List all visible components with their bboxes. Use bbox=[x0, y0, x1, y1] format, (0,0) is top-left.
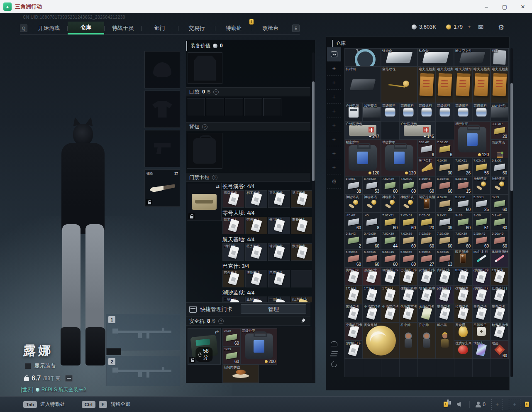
warehouse-item[interactable]: 黄金蛋 bbox=[454, 322, 472, 341]
warehouse-item[interactable]: 5.56x4560 bbox=[491, 231, 509, 249]
warehouse-item[interactable]: 5.56x4560 bbox=[436, 176, 454, 194]
keycard-item[interactable]: 3号门卡 bbox=[222, 243, 244, 261]
warehouse-item[interactable]: 佐拉实验室 bbox=[399, 286, 417, 304]
keycard-item[interactable]: 博物馆卡 bbox=[245, 270, 267, 287]
warehouse-item[interactable]: 神秘怀表 bbox=[381, 194, 399, 213]
keycard-empty-slot[interactable] bbox=[291, 270, 313, 287]
warehouse-item[interactable]: 加密硬盘 bbox=[363, 103, 381, 121]
add-tab-button[interactable]: + bbox=[327, 146, 341, 160]
warehouse-item[interactable]: 5.56x4560 bbox=[399, 249, 417, 267]
help-icon[interactable]: ? bbox=[212, 175, 217, 180]
warehouse-item[interactable]: M2注射剂 bbox=[472, 249, 491, 267]
warehouse-item[interactable]: .45 AP60 bbox=[344, 213, 363, 231]
detail-list-icon[interactable] bbox=[65, 375, 73, 382]
warehouse-item[interactable]: 地下实验室 bbox=[417, 286, 436, 304]
warehouse-item[interactable]: 精密护甲120 bbox=[344, 140, 381, 176]
tab-特勤处[interactable]: 特勤处 bbox=[215, 22, 252, 34]
warehouse-item[interactable]: 5.45x3960 bbox=[363, 231, 381, 249]
mailbox-icon[interactable] bbox=[331, 341, 337, 346]
invite-slot-button[interactable]: + bbox=[509, 399, 520, 410]
warehouse-item[interactable]: 仿军械库 bbox=[454, 286, 472, 304]
safebox-item[interactable]: ⇄ 58分 bbox=[188, 328, 221, 365]
warehouse-item[interactable]: 高级燃料 bbox=[472, 103, 491, 121]
warehouse-item[interactable]: 7.62x5156 bbox=[472, 158, 491, 176]
keycard-wallet-item[interactable]: ⇄ bbox=[187, 183, 222, 221]
warehouse-item[interactable]: 神秘怀表 bbox=[363, 194, 381, 213]
warehouse-item[interactable]: 哈夫克文件 bbox=[454, 48, 491, 66]
warehouse-item[interactable]: 5.7x2825 bbox=[472, 194, 491, 213]
keycard-item[interactable]: 二级门卡 bbox=[222, 297, 244, 302]
warehouse-item[interactable]: 哈夫克情报 bbox=[454, 66, 472, 103]
warehouse-item[interactable]: 墨秀门卡 bbox=[436, 304, 454, 322]
warehouse-item[interactable]: 7.62x3960 bbox=[436, 231, 454, 249]
warehouse-item[interactable]: 哈夫克档案 bbox=[436, 66, 454, 103]
warehouse-item[interactable]: 7.62x5120 bbox=[417, 213, 436, 231]
warehouse-item[interactable]: 肯特门卡 bbox=[436, 267, 454, 286]
maximize-button[interactable]: ▢ bbox=[495, 0, 514, 13]
warehouse-item[interactable]: 结晶60 bbox=[491, 341, 509, 359]
warehouse-item[interactable]: 体能激活针 bbox=[491, 249, 509, 267]
warehouse-item[interactable]: 激战纪念 bbox=[363, 267, 381, 286]
warehouse-item[interactable]: 神秘怀表 bbox=[344, 194, 363, 213]
warehouse-item[interactable]: 墨秀门卡 bbox=[491, 304, 509, 322]
warehouse-item[interactable]: 乔小帅 bbox=[417, 322, 436, 359]
warehouse-item[interactable]: 奢华金鞋 bbox=[417, 158, 436, 176]
warehouse-item[interactable]: 5.56x4560 bbox=[344, 249, 363, 267]
warehouse-item[interactable]: 钛合金 bbox=[381, 48, 417, 66]
warehouse-item[interactable]: 1号门卡 bbox=[491, 267, 509, 286]
warehouse-item[interactable]: 戴小黑 bbox=[436, 322, 454, 359]
keycard-item[interactable]: 培训门卡 bbox=[268, 243, 290, 261]
pocket-slot[interactable] bbox=[225, 98, 243, 116]
keycard-item[interactable]: 数据门卡 bbox=[291, 243, 313, 261]
warehouse-item[interactable]: 1号门卡 bbox=[344, 286, 363, 304]
warehouse-item[interactable]: 7.62x3960 bbox=[417, 231, 436, 249]
show-gear-checkbox[interactable] bbox=[25, 363, 31, 369]
add-tab-button[interactable]: + bbox=[327, 61, 341, 76]
warehouse-item[interactable]: 户外医疗包+ 247 bbox=[344, 121, 381, 140]
warehouse-item[interactable]: 设备间门卡 bbox=[417, 267, 436, 286]
add-tab-button[interactable]: + bbox=[327, 118, 341, 132]
warehouse-item[interactable]: 1号门卡 bbox=[363, 286, 381, 304]
warehouse-item[interactable]: 4.6x3039 bbox=[436, 194, 454, 213]
help-icon[interactable]: ? bbox=[218, 319, 224, 324]
warehouse-item[interactable]: 338 AP6 bbox=[417, 140, 436, 158]
warehouse-item[interactable]: 阿萨拉风情 bbox=[417, 194, 436, 213]
warehouse-item[interactable]: 中控室门卡 bbox=[381, 304, 399, 322]
warehouse-item[interactable]: 中控室门卡 bbox=[363, 304, 381, 322]
warehouse-item[interactable]: 仿地下室卡 bbox=[399, 304, 417, 322]
warehouse-item[interactable]: 航天基地卡 bbox=[491, 322, 509, 341]
tab-部门[interactable]: 部门 bbox=[142, 22, 178, 34]
warehouse-item[interactable]: 高级燃料 bbox=[417, 103, 436, 121]
transfer-icon[interactable]: ⇄ bbox=[216, 184, 220, 189]
warehouse-item[interactable]: 6.8x5139 bbox=[436, 213, 454, 231]
warehouse-item[interactable]: 神秘怀表 bbox=[472, 176, 491, 194]
warehouse-item[interactable]: 6.8x5160 bbox=[491, 158, 509, 176]
tab-仓库[interactable]: 仓库 bbox=[68, 22, 104, 34]
warehouse-item[interactable]: Rab门卡 bbox=[454, 267, 472, 286]
keycard-item[interactable]: 档案门卡 bbox=[245, 190, 267, 208]
warehouse-item[interactable]: (仿制)门卡 bbox=[472, 286, 491, 304]
squad-button[interactable]: 0 bbox=[476, 402, 486, 407]
warehouse-item[interactable]: 1号门卡 bbox=[381, 286, 399, 304]
warehouse-item[interactable]: 4.6x3030 bbox=[436, 158, 454, 176]
warehouse-item[interactable]: 6.8x5138 bbox=[344, 176, 363, 194]
warehouse-item[interactable]: 5.56x4560 bbox=[417, 176, 436, 194]
warehouse-item[interactable]: 档案 bbox=[491, 48, 509, 66]
warehouse-item[interactable]: 9x3951 bbox=[472, 213, 491, 231]
equip-scrollbar[interactable] bbox=[312, 52, 315, 380]
warehouse-item[interactable]: 低语者门卡 bbox=[491, 286, 509, 304]
warehouse-item[interactable]: 高级燃料 bbox=[381, 103, 399, 121]
warehouse-item[interactable]: 高级燃料 bbox=[436, 103, 454, 121]
attachment-item[interactable] bbox=[106, 348, 121, 355]
secondary-weapon-slot[interactable]: 2 bbox=[106, 356, 180, 386]
mail-icon[interactable]: ✉ bbox=[478, 23, 483, 31]
warehouse-item[interactable]: 醇香朗姆 bbox=[454, 249, 472, 267]
warehouse-item[interactable]: 情报卡 bbox=[472, 341, 491, 359]
backpack-slot[interactable] bbox=[187, 133, 222, 169]
settings-gear-icon[interactable]: ⚙ bbox=[498, 23, 504, 32]
warehouse-item[interactable]: 仿制门卡 bbox=[344, 267, 363, 286]
warehouse-item[interactable]: 高级燃料 bbox=[454, 103, 472, 121]
warehouse-item[interactable]: 338 AP20 bbox=[491, 121, 509, 140]
manage-button[interactable]: 管理 bbox=[241, 304, 306, 314]
safebox-grid-item[interactable]: 9x3960 bbox=[222, 328, 241, 346]
